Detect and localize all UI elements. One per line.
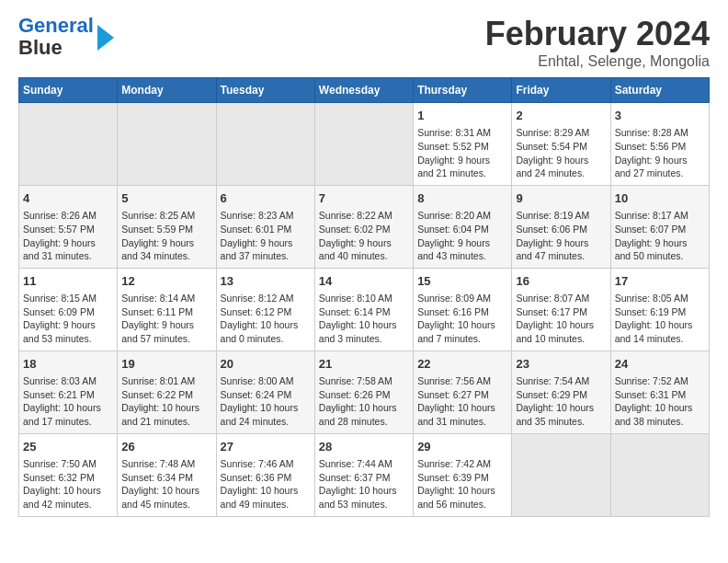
day-info: Daylight: 10 hours [221,318,311,332]
calendar-cell: 22Sunrise: 7:56 AMSunset: 6:27 PMDayligh… [414,350,512,433]
calendar-header-row: SundayMondayTuesdayWednesdayThursdayFrid… [19,78,710,103]
calendar-cell: 10Sunrise: 8:17 AMSunset: 6:07 PMDayligh… [610,185,709,268]
day-info: and 37 minutes. [221,249,311,263]
day-info: Sunrise: 8:10 AM [319,292,409,305]
day-info: Daylight: 9 hours [417,236,507,250]
day-info: and 21 minutes. [417,167,507,180]
day-info: Sunset: 6:04 PM [417,223,507,236]
calendar-cell [216,103,314,186]
day-info: and 31 minutes. [23,249,113,263]
calendar-cell: 8Sunrise: 8:20 AMSunset: 6:04 PMDaylight… [414,185,512,268]
day-info: Sunrise: 8:17 AM [615,209,705,223]
day-info: and 28 minutes. [319,415,409,429]
calendar-cell: 16Sunrise: 8:07 AMSunset: 6:17 PMDayligh… [512,268,610,350]
week-row-3: 11Sunrise: 8:15 AMSunset: 6:09 PMDayligh… [19,268,710,350]
calendar-cell: 24Sunrise: 7:52 AMSunset: 6:31 PMDayligh… [610,350,709,433]
header-saturday: Saturday [610,78,709,103]
day-info: Daylight: 9 hours [121,318,211,332]
header-friday: Friday [512,78,610,103]
calendar-cell: 27Sunrise: 7:46 AMSunset: 6:36 PMDayligh… [216,433,314,516]
week-row-5: 25Sunrise: 7:50 AMSunset: 6:32 PMDayligh… [19,433,710,516]
calendar-cell: 6Sunrise: 8:23 AMSunset: 6:01 PMDaylight… [216,185,314,268]
day-info: Sunrise: 8:12 AM [221,292,311,305]
day-info: Sunset: 6:07 PM [615,223,705,236]
day-info: Sunset: 6:31 PM [615,388,705,402]
calendar-cell: 25Sunrise: 7:50 AMSunset: 6:32 PMDayligh… [19,433,118,516]
day-info: Daylight: 9 hours [615,236,705,250]
day-info: and 3 minutes. [319,332,409,346]
day-number: 1 [417,108,507,124]
day-info: Sunrise: 7:56 AM [417,374,507,388]
day-info: Sunset: 6:36 PM [221,471,311,485]
day-info: Sunset: 6:34 PM [121,471,211,485]
calendar-cell: 7Sunrise: 8:22 AMSunset: 6:02 PMDaylight… [314,185,413,268]
day-info: Daylight: 10 hours [319,401,409,415]
day-info: Daylight: 10 hours [121,401,211,415]
day-info: Sunset: 6:09 PM [23,305,113,319]
day-info: Sunset: 6:02 PM [319,223,409,236]
calendar-cell [118,103,216,186]
day-info: Sunrise: 8:29 AM [516,126,606,140]
day-info: Sunrise: 7:52 AM [615,374,705,388]
day-number: 11 [23,273,113,290]
calendar-cell: 9Sunrise: 8:19 AMSunset: 6:06 PMDaylight… [512,185,610,268]
day-info: Daylight: 10 hours [221,484,311,498]
day-info: and 42 minutes. [23,498,113,511]
day-number: 5 [121,190,211,207]
day-info: and 35 minutes. [516,415,606,429]
title-block: February 2024 Enhtal, Selenge, Mongolia [485,15,710,70]
day-number: 12 [121,273,211,290]
day-number: 8 [417,190,507,207]
day-info: and 31 minutes. [417,415,507,429]
day-info: Daylight: 9 hours [319,236,409,250]
day-info: Sunset: 5:56 PM [615,140,705,154]
day-number: 6 [221,190,311,207]
day-info: Daylight: 10 hours [417,484,507,498]
day-info: Daylight: 10 hours [516,401,606,415]
day-info: Sunrise: 8:22 AM [319,209,409,223]
day-info: Sunrise: 8:01 AM [121,374,211,388]
day-info: Daylight: 10 hours [615,318,705,332]
day-number: 7 [319,190,409,207]
day-info: Daylight: 10 hours [319,318,409,332]
day-info: Sunrise: 8:14 AM [121,292,211,305]
calendar-cell [512,433,610,516]
calendar-cell: 26Sunrise: 7:48 AMSunset: 6:34 PMDayligh… [118,433,216,516]
day-info: Sunset: 5:52 PM [417,140,507,154]
calendar-cell [314,103,413,186]
logo: General Blue [18,15,114,59]
day-info: and 27 minutes. [615,167,705,180]
day-info: and 43 minutes. [417,249,507,263]
day-info: Sunrise: 8:26 AM [23,209,113,223]
day-info: Sunset: 6:26 PM [319,388,409,402]
day-info: and 7 minutes. [417,332,507,346]
day-info: Sunset: 6:14 PM [319,305,409,319]
day-info: and 21 minutes. [121,415,211,429]
day-number: 19 [121,356,211,373]
day-info: Sunset: 6:37 PM [319,471,409,485]
calendar-cell: 28Sunrise: 7:44 AMSunset: 6:37 PMDayligh… [314,433,413,516]
logo-general: General [18,14,94,37]
day-info: and 53 minutes. [319,498,409,511]
calendar-cell [610,433,709,516]
page-header: General Blue February 2024 Enhtal, Selen… [18,15,710,70]
day-info: Sunrise: 8:19 AM [516,209,606,223]
day-info: Sunset: 6:11 PM [121,305,211,319]
day-info: Sunrise: 8:25 AM [121,209,211,223]
header-tuesday: Tuesday [216,78,314,103]
calendar-subtitle: Enhtal, Selenge, Mongolia [485,53,710,70]
day-info: and 38 minutes. [615,415,705,429]
day-number: 25 [23,439,113,455]
day-number: 20 [221,356,311,373]
day-info: Sunrise: 8:28 AM [615,126,705,140]
logo-text: General Blue [18,15,94,59]
day-info: Sunset: 6:21 PM [23,388,113,402]
day-number: 10 [615,190,705,207]
day-info: Daylight: 10 hours [121,484,211,498]
day-info: and 40 minutes. [319,249,409,263]
header-sunday: Sunday [19,78,118,103]
day-info: Daylight: 9 hours [516,154,606,167]
day-info: Sunset: 6:12 PM [221,305,311,319]
day-number: 24 [615,356,705,373]
day-info: Sunset: 6:39 PM [417,471,507,485]
